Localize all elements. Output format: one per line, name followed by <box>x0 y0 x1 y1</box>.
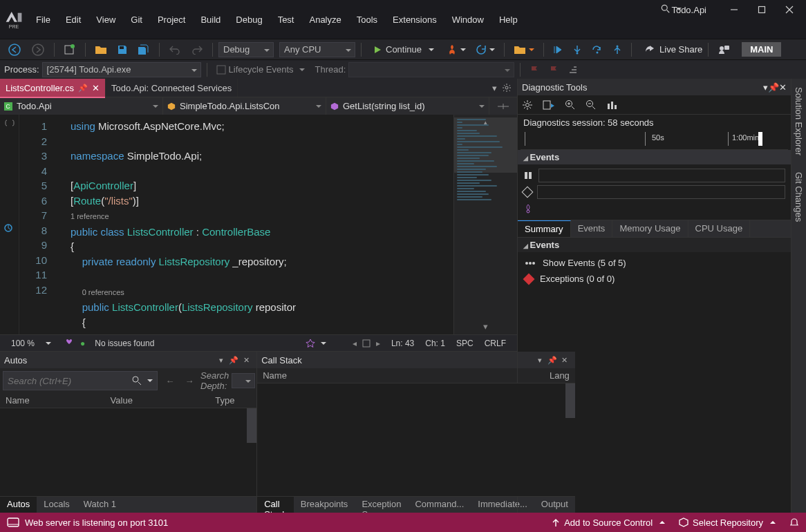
redo-button[interactable] <box>187 41 207 58</box>
diag-tab-memory-usage[interactable]: Memory Usage <box>612 220 688 237</box>
step-into-button[interactable] <box>569 41 585 58</box>
select-tools-icon[interactable] <box>543 99 555 111</box>
show-next-statement-button[interactable] <box>550 41 566 58</box>
col-name[interactable]: Name <box>263 370 534 381</box>
autos-body[interactable] <box>0 408 256 496</box>
tab-listscontroller[interactable]: ListsController.cs 📌 ✕ <box>0 79 106 97</box>
close-icon[interactable]: ✕ <box>779 82 787 93</box>
save-button[interactable] <box>113 41 131 58</box>
zoom-out-icon[interactable] <box>585 99 597 111</box>
menu-view[interactable]: View <box>89 12 122 27</box>
hot-reload-button[interactable] <box>443 41 469 58</box>
indent-indicator[interactable]: SPC <box>456 339 474 348</box>
thread-combo[interactable] <box>348 62 514 77</box>
stack-frame-button[interactable] <box>565 61 581 78</box>
step-over-button[interactable] <box>588 41 606 58</box>
search-next-button[interactable]: → <box>181 372 198 389</box>
menu-git[interactable]: Git <box>124 12 149 27</box>
search-prev-button[interactable]: ← <box>162 372 178 389</box>
close-icon[interactable]: ✕ <box>92 83 100 93</box>
menu-debug[interactable]: Debug <box>229 12 269 27</box>
pin-icon[interactable]: 📌 <box>78 84 88 93</box>
scrollbar[interactable] <box>247 408 256 443</box>
autos-search-input[interactable] <box>3 376 129 386</box>
menu-test[interactable]: Test <box>271 12 301 27</box>
zoom-level[interactable]: 100 % <box>11 339 35 348</box>
col-type[interactable]: Type <box>215 395 256 406</box>
col-value[interactable]: Value <box>111 395 216 406</box>
solution-explorer-tab[interactable]: Solution Explorer <box>793 84 805 158</box>
intellicode-icon[interactable] <box>306 339 315 348</box>
save-all-button[interactable] <box>134 41 153 58</box>
tab-connected-services[interactable]: Todo.Api: Connected Services <box>106 79 238 97</box>
split-button[interactable] <box>489 102 517 111</box>
tab-command-[interactable]: Command... <box>408 497 471 513</box>
add-source-control[interactable]: Add to Source Control <box>552 517 665 528</box>
tab-exception-se-[interactable]: Exception Se... <box>355 497 408 513</box>
code-area[interactable]: using Microsoft.AspNetCore.Mvc; namespac… <box>54 115 453 334</box>
minimize-button[interactable] <box>722 1 747 18</box>
class-dropdown[interactable]: SimpleTodo.Api.ListsCon <box>163 97 326 115</box>
col-name[interactable]: Name <box>6 395 111 406</box>
output-icon[interactable] <box>7 517 19 527</box>
panel-dropdown-icon[interactable]: ▾ <box>763 82 768 93</box>
pin-icon[interactable]: 📌 <box>227 356 240 365</box>
pin-icon[interactable]: 📌 <box>768 82 779 93</box>
zoom-in-icon[interactable] <box>565 99 576 111</box>
tabs-settings-button[interactable] <box>502 83 517 93</box>
events-section-header[interactable]: Events <box>518 150 791 164</box>
show-events-row[interactable]: Show Events (5 of 5) <box>525 258 784 268</box>
notifications-button[interactable] <box>789 517 799 527</box>
tab-locals[interactable]: Locals <box>37 497 77 513</box>
close-button[interactable] <box>777 1 802 18</box>
menu-tools[interactable]: Tools <box>350 12 384 27</box>
menu-build[interactable]: Build <box>194 12 227 27</box>
glyph-margin[interactable] <box>0 115 19 334</box>
exceptions-row[interactable]: Exceptions (0 of 0) <box>525 274 784 284</box>
close-icon[interactable]: ✕ <box>240 356 252 365</box>
minimap[interactable]: ▴ ▾ <box>453 115 517 334</box>
browse-button[interactable] <box>510 41 538 58</box>
process-combo[interactable]: [25744] Todo.Api.exe <box>42 62 201 77</box>
menu-analyze[interactable]: Analyze <box>302 12 348 27</box>
tabs-overflow-button[interactable]: ▾ <box>487 83 502 93</box>
diag-tab-summary[interactable]: Summary <box>518 220 571 237</box>
undo-button[interactable] <box>165 41 185 58</box>
lifecycle-events-button[interactable]: Lifecycle Events <box>213 61 308 78</box>
menu-edit[interactable]: Edit <box>59 12 88 27</box>
menu-window[interactable]: Window <box>445 12 491 27</box>
menu-project[interactable]: Project <box>151 12 192 27</box>
open-file-button[interactable] <box>91 41 111 58</box>
menu-extensions[interactable]: Extensions <box>386 12 444 27</box>
scrollbar[interactable] <box>565 383 575 418</box>
gear-icon[interactable] <box>522 99 533 111</box>
tab-autos[interactable]: Autos <box>0 497 37 513</box>
menu-help[interactable]: Help <box>492 12 525 27</box>
tab-breakpoints[interactable]: Breakpoints <box>294 497 355 513</box>
select-repository[interactable]: Select Repository <box>679 517 776 528</box>
nav-forward-button[interactable] <box>28 41 48 58</box>
autos-search[interactable] <box>3 371 158 390</box>
diagnostics-timeline[interactable]: 50s 1:00min <box>521 131 788 150</box>
platform-combo[interactable]: Any CPU <box>279 42 355 57</box>
search-depth-combo[interactable] <box>232 373 255 388</box>
char-indicator[interactable]: Ch: 1 <box>425 339 445 348</box>
maximize-button[interactable] <box>749 1 774 18</box>
diag-tab-events[interactable]: Events <box>571 220 613 237</box>
configuration-combo[interactable]: Debug <box>218 42 274 57</box>
restart-button[interactable] <box>472 41 498 58</box>
main-thread-button[interactable]: MAIN <box>742 42 781 57</box>
new-project-button[interactable] <box>60 41 79 58</box>
tab-watch-1[interactable]: Watch 1 <box>77 497 123 513</box>
project-dropdown[interactable]: C Todo.Api <box>0 97 163 115</box>
continue-button[interactable]: Continue <box>367 41 440 58</box>
tab-call-stack[interactable]: Call Stack <box>257 497 294 513</box>
issues-label[interactable]: No issues found <box>95 339 154 348</box>
member-dropdown[interactable]: GetList(string list_id) <box>326 97 489 115</box>
feedback-button[interactable] <box>714 41 733 58</box>
callstack-body[interactable] <box>257 383 575 496</box>
reset-zoom-icon[interactable] <box>606 99 617 111</box>
menu-file[interactable]: File <box>29 12 57 27</box>
line-indicator[interactable]: Ln: 43 <box>391 339 414 348</box>
panel-dropdown-icon[interactable]: ▾ <box>215 356 227 365</box>
